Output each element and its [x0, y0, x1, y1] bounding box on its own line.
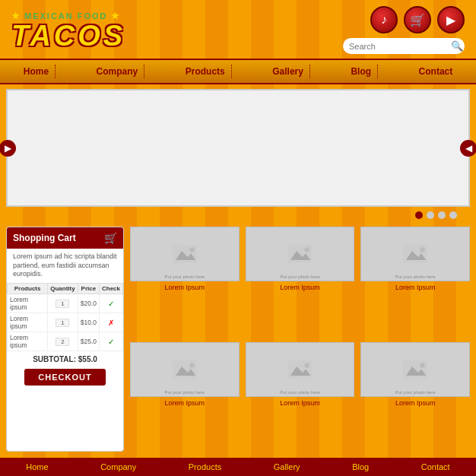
search-bar: 🔍 [343, 38, 465, 54]
cart-header: Shopping Cart 🛒 [7, 227, 123, 249]
product-label-1: Lorem Ipsum [165, 284, 205, 291]
list-item: Put your photo here Lorem Ipsum [360, 227, 470, 336]
nav-contact[interactable]: Contact [413, 65, 459, 78]
list-item: Put your photo here Lorem Ipsum [360, 342, 470, 452]
svg-point-17 [420, 363, 425, 367]
slider-content [8, 90, 468, 205]
img-placeholder-text: Put your photo here [395, 274, 436, 279]
product-label-5: Lorem Ipsum [280, 399, 320, 407]
search-button[interactable]: 🔍 [451, 40, 463, 52]
price-1: $20.0 [78, 294, 99, 313]
product-label-6: Lorem Ipsum [395, 399, 436, 407]
slider-dots [415, 211, 457, 219]
action-2: ✗ [99, 313, 122, 332]
product-image-3[interactable]: Put your photo here [360, 227, 470, 281]
footer-blog[interactable]: Blog [352, 462, 369, 471]
product-name-2: Lorem ipsum [8, 313, 48, 332]
col-price: Price [78, 284, 99, 294]
img-placeholder-text: Put your photo here [164, 390, 205, 395]
footer-contact[interactable]: Contact [421, 462, 450, 471]
header-icons: ♪ 🛒 ▶ [370, 6, 465, 33]
footer-nav: Home Company Products Gallery Blog Conta… [0, 458, 476, 476]
img-placeholder-text: Put your photo here [164, 274, 205, 279]
table-row: Lorem ipsum 1 $20.0 ✓ [8, 294, 123, 313]
placeholder-mountain-icon [403, 360, 427, 379]
list-item: Put your photo here Lorem Ipsum [130, 342, 240, 452]
product-image-1[interactable]: Put your photo here [130, 227, 240, 281]
footer-company[interactable]: Company [100, 462, 136, 471]
product-label-2: Lorem Ipsum [280, 284, 320, 291]
action-3: ✓ [99, 332, 122, 351]
main-content: Shopping Cart 🛒 Lorem ipsum ad hic scrip… [0, 210, 476, 455]
col-check: Check [99, 284, 122, 294]
shopping-cart: Shopping Cart 🛒 Lorem ipsum ad hic scrip… [6, 227, 124, 452]
nav-gallery[interactable]: Gallery [266, 65, 310, 78]
slider-dot-1[interactable] [415, 211, 423, 219]
svg-point-8 [420, 247, 425, 252]
cart-table: Products Quantity Price Check Lorem ipsu… [7, 283, 123, 351]
product-name-1: Lorem ipsum [8, 294, 48, 313]
video-button[interactable]: ▶ [437, 6, 465, 33]
search-input[interactable] [349, 42, 448, 51]
price-2: $10.0 [78, 313, 99, 332]
placeholder-mountain-icon [173, 245, 197, 263]
img-placeholder-text: Put your photo here [280, 274, 320, 279]
img-placeholder-text: Put your photo here [280, 390, 320, 395]
col-products: Products [8, 284, 48, 294]
nav-products[interactable]: Products [179, 65, 232, 78]
svg-point-5 [305, 247, 309, 252]
product-image-2[interactable]: Put your photo here [246, 227, 355, 281]
main-nav: Home Company Products Gallery Blog Conta… [0, 59, 476, 84]
product-image-5[interactable]: Put your photo here [246, 342, 355, 397]
list-item: Put your photo here Lorem Ipsum [246, 227, 355, 336]
cart-description: Lorem ipsum ad hic scripta blandit parti… [7, 249, 123, 283]
cart-header-icon: 🛒 [104, 232, 117, 244]
placeholder-mountain-icon [173, 360, 197, 379]
table-row: Lorem ipsum 1 $10.0 ✗ [8, 313, 123, 332]
product-grid: Put your photo here Lorem Ipsum Put your… [130, 227, 470, 452]
svg-point-2 [189, 247, 194, 252]
product-image-6[interactable]: Put your photo here [360, 342, 470, 397]
slider: ▶ ◀ [6, 89, 470, 207]
table-row: Lorem ipsum 2 $25.0 ✓ [8, 332, 123, 351]
placeholder-mountain-icon [287, 360, 312, 379]
product-name-3: Lorem ipsum [8, 332, 48, 351]
checkout-button[interactable]: CHECKOUT [24, 369, 105, 386]
svg-point-14 [305, 363, 309, 367]
logo-title: TACOS [11, 21, 125, 50]
col-quantity: Quantity [48, 284, 78, 294]
logo-area: ★ MEXICAN FOOD ★ TACOS [11, 11, 125, 50]
svg-point-11 [189, 363, 194, 367]
placeholder-mountain-icon [287, 245, 312, 263]
product-label-3: Lorem Ipsum [395, 284, 436, 291]
slider-dot-2[interactable] [427, 211, 434, 219]
placeholder-mountain-icon [403, 245, 427, 263]
cart-title: Shopping Cart [13, 233, 76, 243]
music-button[interactable]: ♪ [370, 6, 398, 33]
product-label-4: Lorem Ipsum [165, 399, 205, 407]
nav-company[interactable]: Company [90, 65, 145, 78]
slider-dot-4[interactable] [449, 211, 457, 219]
price-3: $25.0 [78, 332, 99, 351]
img-placeholder-text: Put your photo here [395, 390, 436, 395]
nav-blog[interactable]: Blog [344, 65, 378, 78]
list-item: Put your photo here Lorem Ipsum [130, 227, 240, 336]
action-1: ✓ [99, 294, 122, 313]
footer-home[interactable]: Home [26, 462, 48, 471]
footer-gallery[interactable]: Gallery [274, 462, 300, 471]
slider-prev-button[interactable]: ▶ [0, 140, 16, 157]
subtotal: SUBTOTAL: $55.0 [7, 351, 123, 366]
qty-2: 1 [48, 313, 78, 332]
qty-1: 1 [48, 294, 78, 313]
cart-button[interactable]: 🛒 [404, 6, 431, 33]
qty-3: 2 [48, 332, 78, 351]
header: ★ MEXICAN FOOD ★ TACOS ♪ 🛒 ▶ 🔍 [0, 0, 476, 57]
footer-products[interactable]: Products [189, 462, 221, 471]
list-item: Put your photo here Lorem Ipsum [246, 342, 355, 452]
product-image-4[interactable]: Put your photo here [130, 342, 240, 397]
slider-next-button[interactable]: ◀ [460, 140, 476, 157]
header-right: ♪ 🛒 ▶ 🔍 [343, 6, 465, 54]
slider-dot-3[interactable] [438, 211, 446, 219]
nav-home[interactable]: Home [17, 65, 56, 78]
